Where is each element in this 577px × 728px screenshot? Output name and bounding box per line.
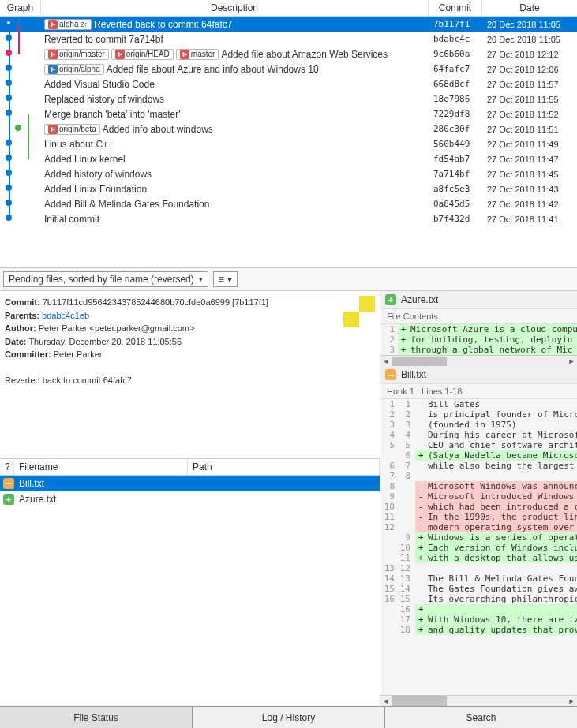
header-commit[interactable]: Commit: [429, 0, 482, 16]
header-description[interactable]: Description: [41, 0, 429, 16]
middle-toolbar: Pending files, sorted by file name (reve…: [0, 268, 577, 291]
commit-date: 27 Oct 2018 12:12: [482, 50, 577, 59]
branch-badge[interactable]: origin/HEAD: [111, 49, 174, 60]
diff-line: 18+and quality updates that provid: [380, 625, 577, 635]
view-mode-button[interactable]: ≡ ▾: [213, 271, 238, 287]
diff-line: 33 (founded in 1975): [380, 420, 577, 430]
commit-row[interactable]: Added history of windows7a714bf27 Oct 20…: [0, 166, 577, 181]
commit-row[interactable]: origin/betaAdded info about windows280c3…: [0, 121, 577, 136]
sort-dropdown[interactable]: Pending files, sorted by file name (reve…: [3, 271, 208, 287]
diff-line: 1+Microsoft Azure is a cloud compu: [380, 324, 577, 334]
diff-file-header-azure[interactable]: + Azure.txt: [380, 291, 577, 309]
graph-cell: [0, 196, 41, 211]
scroll-left-icon[interactable]: ◄: [380, 356, 392, 367]
branch-badge[interactable]: origin/alpha: [44, 64, 104, 75]
commit-description: origin/masterorigin/HEADmasterAdded file…: [41, 49, 429, 60]
commit-date: 27 Oct 2018 11:52: [482, 110, 577, 119]
horizontal-scrollbar[interactable]: ◄►: [380, 695, 577, 706]
file-row[interactable]: +Azure.txt: [0, 491, 380, 507]
commit-date: 27 Oct 2018 11:51: [482, 125, 577, 134]
diff-line: 11+with a desktop that allows user: [380, 553, 577, 563]
tab-log-history[interactable]: Log / History: [193, 707, 385, 728]
commit-row[interactable]: origin/masterorigin/HEADmasterAdded file…: [0, 47, 577, 62]
commit-description: Merge branch 'beta' into 'master': [41, 109, 429, 120]
azure-diff[interactable]: 1+Microsoft Azure is a cloud compu2+for …: [380, 324, 577, 355]
bill-diff[interactable]: 11 Bill Gates22 is principal founder of …: [380, 399, 577, 695]
graph-cell: [0, 106, 41, 121]
scroll-right-icon[interactable]: ►: [566, 356, 577, 367]
commit-date: 27 Oct 2018 11:55: [482, 95, 577, 104]
graph-cell: [0, 17, 41, 32]
commit-row[interactable]: Replaced history of windows18e798627 Oct…: [0, 91, 577, 106]
diff-line: 8-Microsoft Windows was announced: [380, 481, 577, 491]
diff-line: 11-In the 1990s, the product line: [380, 512, 577, 522]
scroll-left-icon[interactable]: ◄: [380, 696, 392, 706]
commit-date: 27 Oct 2018 11:41: [482, 215, 577, 224]
file-row[interactable]: •••Bill.txt: [0, 476, 380, 491]
commit-hash: 18e7986: [429, 94, 482, 104]
commit-list[interactable]: alpha2↑Reverted back to commit 64fafc77b…: [0, 17, 577, 267]
diff-file-name: Bill.txt: [401, 369, 426, 380]
diff-line: 55 CEO and chief software architec: [380, 440, 577, 450]
commit-date: 27 Oct 2018 11:47: [482, 155, 577, 164]
committer-value: Peter Parker: [54, 349, 103, 359]
graph-cell: [0, 62, 41, 77]
file-header-path[interactable]: Path: [188, 459, 380, 475]
file-header-status[interactable]: ?: [0, 459, 14, 475]
commit-row[interactable]: Linus about C++560b44927 Oct 2018 11:49: [0, 136, 577, 151]
file-name: Azure.txt: [19, 494, 56, 505]
file-list[interactable]: •••Bill.txt+Azure.txt: [0, 476, 380, 507]
commit-row[interactable]: Added Bill & Melinda Gates Foundation0a8…: [0, 196, 577, 211]
commit-row[interactable]: alpha2↑Reverted back to commit 64fafc77b…: [0, 17, 577, 32]
header-date[interactable]: Date: [482, 0, 577, 16]
parents-label: Parents:: [5, 311, 39, 320]
commit-date: 27 Oct 2018 12:06: [482, 65, 577, 74]
scroll-right-icon[interactable]: ►: [566, 696, 577, 706]
branch-icon: [48, 125, 58, 134]
commit-hash: 7b117f1: [429, 19, 482, 29]
diff-line: 10-which had been introduced a cou: [380, 502, 577, 512]
diff-line: 11 Bill Gates: [380, 399, 577, 409]
committer-label: Committer:: [5, 349, 51, 359]
diff-line: 17+With Windows 10, there are two: [380, 614, 577, 625]
diff-file-name: Azure.txt: [401, 294, 438, 305]
modified-icon: •••: [3, 478, 14, 489]
commit-hash: 64fafc7: [429, 64, 482, 74]
commit-row[interactable]: Added Linux Foundationa8fc5e327 Oct 2018…: [0, 181, 577, 196]
branch-badge[interactable]: origin/master: [44, 49, 109, 60]
diff-line: 1514 The Gates Foundation gives away: [380, 584, 577, 594]
commit-description: Added Linux Foundation: [41, 184, 429, 195]
commit-row[interactable]: Initial commitb7f432d27 Oct 2018 11:41: [0, 211, 577, 226]
branch-icon: [115, 50, 125, 59]
diff-section-label: Hunk 1 : Lines 1-18: [380, 384, 577, 399]
diff-line: 3+through a global network of Mic: [380, 345, 577, 355]
commit-row[interactable]: origin/alphaAdded file about Azure and i…: [0, 62, 577, 77]
file-header-filename[interactable]: Filename: [14, 459, 188, 475]
parents-value[interactable]: bdabc4c1eb: [42, 311, 89, 320]
commit-row[interactable]: Added Linux kernelfd54ab727 Oct 2018 11:…: [0, 151, 577, 166]
tab-search[interactable]: Search: [385, 707, 577, 728]
commit-row[interactable]: Added Visual Studio Code668d8cf27 Oct 20…: [0, 77, 577, 91]
commit-hash: a8fc5e3: [429, 184, 482, 194]
diff-line: 1312: [380, 563, 577, 573]
commit-date: 27 Oct 2018 11:43: [482, 185, 577, 194]
commit-description: Added Linux kernel: [41, 154, 429, 165]
graph-cell: [0, 166, 41, 181]
branch-badge[interactable]: origin/beta: [44, 124, 100, 135]
add-icon: +: [3, 494, 14, 505]
diff-file-header-bill[interactable]: ••• Bill.txt: [380, 366, 577, 384]
commit-row[interactable]: Merge branch 'beta' into 'master'7229df8…: [0, 106, 577, 121]
branch-badge[interactable]: alpha2↑: [44, 19, 92, 30]
commit-hash: bdabc4c: [429, 34, 482, 44]
header-graph[interactable]: Graph: [0, 0, 41, 16]
commit-row[interactable]: Reverted to commit 7a714bfbdabc4c20 Dec …: [0, 32, 577, 47]
horizontal-scrollbar[interactable]: ◄►: [380, 355, 577, 366]
diff-line: 12-modern operating system over tw: [380, 522, 577, 532]
branch-icon: [180, 50, 189, 59]
chevron-down-icon: ▾: [227, 274, 232, 285]
diff-line: 16+: [380, 604, 577, 614]
tab-file-status[interactable]: File Status: [0, 707, 193, 728]
graph-cell: [0, 121, 41, 136]
commit-description: origin/betaAdded info about windows: [41, 124, 429, 135]
branch-badge[interactable]: master: [176, 49, 219, 60]
